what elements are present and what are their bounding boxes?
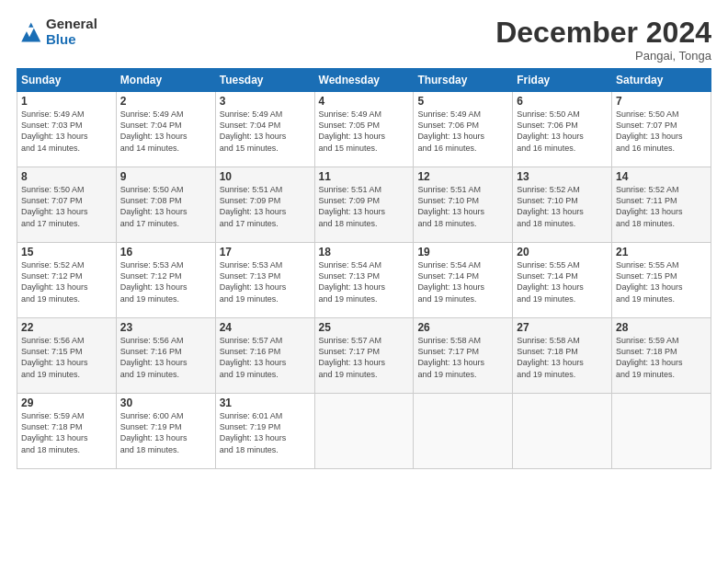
calendar-cell: 24Sunrise: 5:57 AM Sunset: 7:16 PM Dayli… bbox=[215, 318, 314, 394]
calendar-cell: 22Sunrise: 5:56 AM Sunset: 7:15 PM Dayli… bbox=[17, 318, 117, 394]
day-info: Sunrise: 5:52 AM Sunset: 7:12 PM Dayligh… bbox=[21, 259, 112, 304]
day-number: 14 bbox=[616, 170, 707, 183]
day-number: 23 bbox=[120, 321, 211, 334]
day-info: Sunrise: 5:51 AM Sunset: 7:09 PM Dayligh… bbox=[220, 184, 311, 229]
calendar-cell: 4Sunrise: 5:49 AM Sunset: 7:05 PM Daylig… bbox=[314, 92, 414, 167]
day-number: 21 bbox=[616, 246, 707, 259]
day-of-week-header: Tuesday bbox=[215, 69, 314, 92]
day-of-week-header: Monday bbox=[116, 69, 215, 92]
calendar-cell: 10Sunrise: 5:51 AM Sunset: 7:09 PM Dayli… bbox=[215, 167, 314, 243]
day-number: 5 bbox=[417, 95, 508, 108]
calendar-week-row: 22Sunrise: 5:56 AM Sunset: 7:15 PM Dayli… bbox=[17, 318, 711, 394]
day-number: 3 bbox=[220, 95, 311, 108]
day-number: 4 bbox=[319, 95, 410, 108]
day-info: Sunrise: 5:49 AM Sunset: 7:05 PM Dayligh… bbox=[319, 109, 410, 154]
day-number: 30 bbox=[120, 396, 211, 409]
day-number: 8 bbox=[21, 170, 112, 183]
day-number: 15 bbox=[21, 246, 112, 259]
day-info: Sunrise: 5:52 AM Sunset: 7:11 PM Dayligh… bbox=[616, 184, 707, 229]
calendar-cell: 28Sunrise: 5:59 AM Sunset: 7:18 PM Dayli… bbox=[612, 318, 711, 394]
calendar-cell: 30Sunrise: 6:00 AM Sunset: 7:19 PM Dayli… bbox=[116, 394, 215, 469]
calendar-cell: 11Sunrise: 5:51 AM Sunset: 7:09 PM Dayli… bbox=[314, 167, 414, 243]
calendar-cell: 9Sunrise: 5:50 AM Sunset: 7:08 PM Daylig… bbox=[116, 167, 215, 243]
calendar-cell: 2Sunrise: 5:49 AM Sunset: 7:04 PM Daylig… bbox=[116, 92, 215, 167]
day-number: 31 bbox=[220, 396, 311, 409]
day-of-week-header: Thursday bbox=[414, 69, 513, 92]
day-info: Sunrise: 5:50 AM Sunset: 7:06 PM Dayligh… bbox=[517, 109, 608, 154]
calendar-cell: 15Sunrise: 5:52 AM Sunset: 7:12 PM Dayli… bbox=[17, 243, 117, 318]
day-info: Sunrise: 5:57 AM Sunset: 7:17 PM Dayligh… bbox=[319, 335, 410, 380]
day-info: Sunrise: 5:53 AM Sunset: 7:13 PM Dayligh… bbox=[220, 259, 311, 304]
calendar-cell: 20Sunrise: 5:55 AM Sunset: 7:14 PM Dayli… bbox=[513, 243, 612, 318]
day-info: Sunrise: 5:59 AM Sunset: 7:18 PM Dayligh… bbox=[21, 410, 112, 455]
day-info: Sunrise: 6:01 AM Sunset: 7:19 PM Dayligh… bbox=[220, 410, 311, 455]
day-info: Sunrise: 5:49 AM Sunset: 7:06 PM Dayligh… bbox=[417, 109, 508, 154]
day-number: 20 bbox=[517, 246, 608, 259]
day-info: Sunrise: 5:56 AM Sunset: 7:16 PM Dayligh… bbox=[120, 335, 211, 380]
day-number: 25 bbox=[319, 321, 410, 334]
logo-text: General Blue bbox=[46, 17, 97, 47]
calendar-cell: 31Sunrise: 6:01 AM Sunset: 7:19 PM Dayli… bbox=[215, 394, 314, 469]
calendar-cell: 26Sunrise: 5:58 AM Sunset: 7:17 PM Dayli… bbox=[414, 318, 513, 394]
calendar-cell: 23Sunrise: 5:56 AM Sunset: 7:16 PM Dayli… bbox=[116, 318, 215, 394]
calendar-header-row: SundayMondayTuesdayWednesdayThursdayFrid… bbox=[17, 69, 711, 92]
day-info: Sunrise: 5:49 AM Sunset: 7:03 PM Dayligh… bbox=[21, 109, 112, 154]
day-number: 26 bbox=[417, 321, 508, 334]
day-number: 12 bbox=[417, 170, 508, 183]
calendar-table: SundayMondayTuesdayWednesdayThursdayFrid… bbox=[17, 68, 711, 469]
day-info: Sunrise: 5:59 AM Sunset: 7:18 PM Dayligh… bbox=[616, 335, 707, 380]
calendar-cell: 17Sunrise: 5:53 AM Sunset: 7:13 PM Dayli… bbox=[215, 243, 314, 318]
day-number: 7 bbox=[616, 95, 707, 108]
calendar-cell: 25Sunrise: 5:57 AM Sunset: 7:17 PM Dayli… bbox=[314, 318, 414, 394]
day-info: Sunrise: 5:55 AM Sunset: 7:14 PM Dayligh… bbox=[517, 259, 608, 304]
calendar-cell bbox=[314, 394, 414, 469]
day-number: 19 bbox=[417, 246, 508, 259]
day-info: Sunrise: 5:51 AM Sunset: 7:10 PM Dayligh… bbox=[417, 184, 508, 229]
day-number: 17 bbox=[220, 246, 311, 259]
calendar-cell: 6Sunrise: 5:50 AM Sunset: 7:06 PM Daylig… bbox=[513, 92, 612, 167]
calendar-cell: 5Sunrise: 5:49 AM Sunset: 7:06 PM Daylig… bbox=[414, 92, 513, 167]
day-info: Sunrise: 5:52 AM Sunset: 7:10 PM Dayligh… bbox=[517, 184, 608, 229]
day-number: 11 bbox=[319, 170, 410, 183]
day-info: Sunrise: 5:58 AM Sunset: 7:18 PM Dayligh… bbox=[517, 335, 608, 380]
location: Pangai, Tonga bbox=[495, 49, 711, 63]
day-number: 2 bbox=[120, 95, 211, 108]
day-of-week-header: Sunday bbox=[17, 69, 117, 92]
logo-icon bbox=[17, 19, 42, 45]
day-info: Sunrise: 5:56 AM Sunset: 7:15 PM Dayligh… bbox=[21, 335, 112, 380]
logo-blue-text: Blue bbox=[46, 32, 97, 48]
day-info: Sunrise: 5:54 AM Sunset: 7:13 PM Dayligh… bbox=[319, 259, 410, 304]
day-info: Sunrise: 5:49 AM Sunset: 7:04 PM Dayligh… bbox=[120, 109, 211, 154]
day-info: Sunrise: 5:53 AM Sunset: 7:12 PM Dayligh… bbox=[120, 259, 211, 304]
day-number: 13 bbox=[517, 170, 608, 183]
calendar-cell: 27Sunrise: 5:58 AM Sunset: 7:18 PM Dayli… bbox=[513, 318, 612, 394]
calendar-cell: 1Sunrise: 5:49 AM Sunset: 7:03 PM Daylig… bbox=[17, 92, 117, 167]
calendar-week-row: 8Sunrise: 5:50 AM Sunset: 7:07 PM Daylig… bbox=[17, 167, 711, 243]
day-number: 16 bbox=[120, 246, 211, 259]
calendar-week-row: 1Sunrise: 5:49 AM Sunset: 7:03 PM Daylig… bbox=[17, 92, 711, 167]
day-info: Sunrise: 5:55 AM Sunset: 7:15 PM Dayligh… bbox=[616, 259, 707, 304]
calendar-cell bbox=[513, 394, 612, 469]
calendar-cell bbox=[612, 394, 711, 469]
calendar-cell: 18Sunrise: 5:54 AM Sunset: 7:13 PM Dayli… bbox=[314, 243, 414, 318]
calendar-cell: 16Sunrise: 5:53 AM Sunset: 7:12 PM Dayli… bbox=[116, 243, 215, 318]
calendar-cell: 29Sunrise: 5:59 AM Sunset: 7:18 PM Dayli… bbox=[17, 394, 117, 469]
logo: General Blue bbox=[17, 17, 97, 47]
calendar-week-row: 29Sunrise: 5:59 AM Sunset: 7:18 PM Dayli… bbox=[17, 394, 711, 469]
calendar-cell: 12Sunrise: 5:51 AM Sunset: 7:10 PM Dayli… bbox=[414, 167, 513, 243]
logo-general-text: General bbox=[46, 17, 97, 32]
day-number: 28 bbox=[616, 321, 707, 334]
day-number: 1 bbox=[21, 95, 112, 108]
day-number: 9 bbox=[120, 170, 211, 183]
calendar-cell: 8Sunrise: 5:50 AM Sunset: 7:07 PM Daylig… bbox=[17, 167, 117, 243]
day-info: Sunrise: 5:54 AM Sunset: 7:14 PM Dayligh… bbox=[417, 259, 508, 304]
day-info: Sunrise: 5:50 AM Sunset: 7:08 PM Dayligh… bbox=[120, 184, 211, 229]
calendar-cell: 19Sunrise: 5:54 AM Sunset: 7:14 PM Dayli… bbox=[414, 243, 513, 318]
calendar-cell: 3Sunrise: 5:49 AM Sunset: 7:04 PM Daylig… bbox=[215, 92, 314, 167]
day-number: 27 bbox=[517, 321, 608, 334]
day-info: Sunrise: 5:49 AM Sunset: 7:04 PM Dayligh… bbox=[220, 109, 311, 154]
day-info: Sunrise: 5:57 AM Sunset: 7:16 PM Dayligh… bbox=[220, 335, 311, 380]
calendar-cell: 13Sunrise: 5:52 AM Sunset: 7:10 PM Dayli… bbox=[513, 167, 612, 243]
day-number: 18 bbox=[319, 246, 410, 259]
day-info: Sunrise: 5:58 AM Sunset: 7:17 PM Dayligh… bbox=[417, 335, 508, 380]
